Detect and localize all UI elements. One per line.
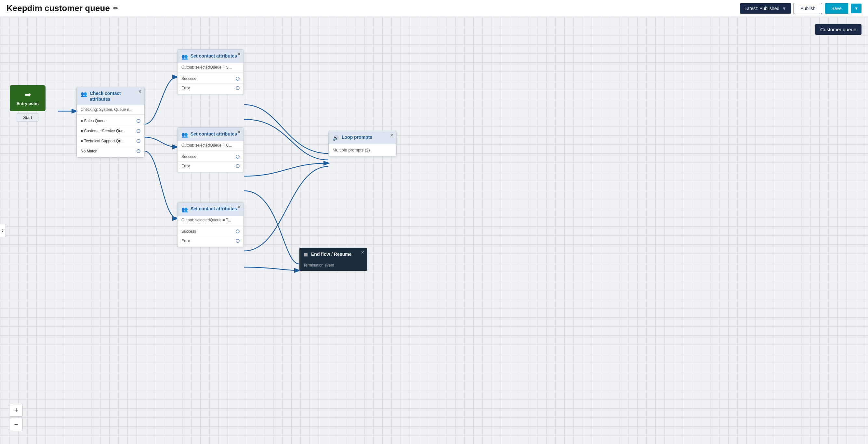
header-actions: Latest: Published ▼ Publish Save ▼ (740, 3, 862, 14)
entry-point-node: ➡ Entry point Start (10, 85, 45, 122)
loop-node-icon: 🔊 (333, 135, 339, 141)
loop-prompts-node[interactable]: 🔊 Loop prompts ✕ Multiple prompts (2) (328, 131, 397, 156)
set-node-2-icon: 👥 (181, 132, 188, 138)
publish-button[interactable]: Publish (794, 3, 822, 14)
output-dot-success-2 (236, 155, 240, 159)
save-dropdown-arrow[interactable]: ▼ (851, 4, 862, 13)
flow-canvas: › Customer queue ➡ (0, 17, 868, 444)
set-node-2-error[interactable]: Error (178, 161, 244, 171)
check-node-title: Check contact attributes (90, 90, 141, 102)
queue-type-label: Customer queue (815, 24, 862, 35)
set-node-1-subtitle: Output: selectedQueue = S... (178, 63, 244, 72)
end-node-header: ⏹ End flow / Resume ✕ (300, 248, 367, 261)
set-contact-attributes-node-2[interactable]: 👥 Set contact attributes ✕ Output: selec… (177, 127, 244, 172)
output-dot-customer (136, 129, 141, 133)
sidebar-chevron-icon: › (2, 227, 4, 233)
set-node-3-outputs: Success Error (178, 225, 244, 247)
output-dot-success-3 (236, 229, 240, 233)
output-dot-nomatch (136, 149, 141, 153)
end-node-subtitle: Termination event (300, 261, 367, 271)
title-text: Keepdim customer queue (6, 3, 110, 13)
output-dot-success-1 (236, 77, 240, 81)
set-node-1-close-icon[interactable]: ✕ (237, 52, 241, 57)
zoom-controls: + − (10, 404, 23, 431)
set-node-3-icon: 👥 (181, 207, 188, 213)
output-dot-error-3 (236, 239, 240, 243)
loop-node-header: 🔊 Loop prompts ✕ (329, 131, 396, 144)
set-node-1-title: Set contact attributes (190, 53, 237, 59)
set-node-2-subtitle: Output: selectedQueue = C... (178, 141, 244, 151)
zoom-in-button[interactable]: + (10, 404, 23, 417)
edit-title-icon[interactable]: ✏ (113, 5, 118, 12)
version-dropdown-button[interactable]: Latest: Published ▼ (740, 3, 791, 14)
zoom-out-button[interactable]: − (10, 418, 23, 431)
loop-node-subtitle: Multiple prompts (2) (329, 144, 396, 156)
check-node-subtitle: Checking: System, Queue n... (77, 105, 144, 115)
loop-node-title: Loop prompts (342, 134, 372, 140)
set-node-3-header: 👥 Set contact attributes ✕ (178, 202, 244, 216)
check-node-outputs: = Sales Queue = Customer Service Que. = … (77, 115, 144, 157)
header: Keepdim customer queue ✏ Latest: Publish… (0, 0, 868, 17)
flow-connections (0, 17, 868, 444)
output-dot-error-2 (236, 164, 240, 168)
set-node-2-title: Set contact attributes (190, 131, 237, 137)
output-dot-tech (136, 139, 141, 143)
set-node-2-success[interactable]: Success (178, 152, 244, 161)
set-node-1-outputs: Success Error (178, 72, 244, 94)
set-node-2-close-icon[interactable]: ✕ (237, 130, 241, 134)
sidebar-toggle-button[interactable]: › (0, 224, 6, 237)
check-node-icon: 👥 (81, 91, 87, 97)
version-label: Latest: Published (744, 6, 779, 11)
start-label: Start (17, 113, 38, 122)
set-node-1-error[interactable]: Error (178, 83, 244, 93)
end-flow-node[interactable]: ⏹ End flow / Resume ✕ Termination event (299, 248, 367, 271)
set-node-3-subtitle: Output: selectedQueue = T... (178, 216, 244, 225)
check-node-header: 👥 Check contact attributes ✕ (77, 87, 144, 105)
output-customer-service[interactable]: = Customer Service Que. (77, 126, 144, 136)
entry-point-label: Entry point (17, 101, 39, 106)
entry-point-arrow-icon: ➡ (25, 91, 31, 99)
set-node-2-header: 👥 Set contact attributes ✕ (178, 128, 244, 141)
output-no-match[interactable]: No Match (77, 146, 144, 156)
end-node-icon: ⏹ (303, 252, 309, 258)
output-sales-queue[interactable]: = Sales Queue (77, 116, 144, 126)
set-node-3-success[interactable]: Success (178, 227, 244, 236)
end-node-close-icon[interactable]: ✕ (361, 250, 365, 255)
page-title: Keepdim customer queue ✏ (6, 3, 118, 13)
set-contact-attributes-node-1[interactable]: 👥 Set contact attributes ✕ Output: selec… (177, 50, 244, 94)
loop-node-close-icon[interactable]: ✕ (390, 133, 394, 138)
set-node-3-close-icon[interactable]: ✕ (237, 204, 241, 209)
chevron-down-icon: ▼ (782, 6, 786, 11)
set-node-3-error[interactable]: Error (178, 236, 244, 245)
output-dot-sales (136, 119, 141, 123)
set-node-2-outputs: Success Error (178, 151, 244, 172)
output-dot-error-1 (236, 86, 240, 90)
set-node-1-icon: 👥 (181, 54, 188, 60)
set-node-3-title: Set contact attributes (190, 206, 237, 212)
output-technical-support[interactable]: = Technical Support Qu... (77, 136, 144, 146)
check-node-close-icon[interactable]: ✕ (138, 89, 142, 94)
set-contact-attributes-node-3[interactable]: 👥 Set contact attributes ✕ Output: selec… (177, 202, 244, 247)
set-node-1-success[interactable]: Success (178, 74, 244, 83)
check-contact-attributes-node[interactable]: 👥 Check contact attributes ✕ Checking: S… (76, 87, 145, 158)
end-node-title: End flow / Resume (311, 251, 351, 257)
save-button[interactable]: Save (825, 3, 848, 14)
set-node-1-header: 👥 Set contact attributes ✕ (178, 50, 244, 63)
